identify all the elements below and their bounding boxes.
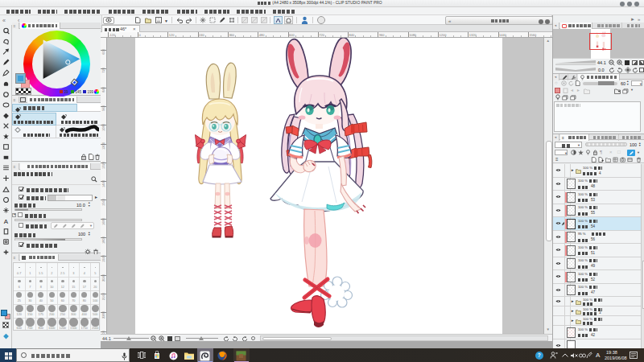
svg-text:A: A: [4, 218, 9, 224]
